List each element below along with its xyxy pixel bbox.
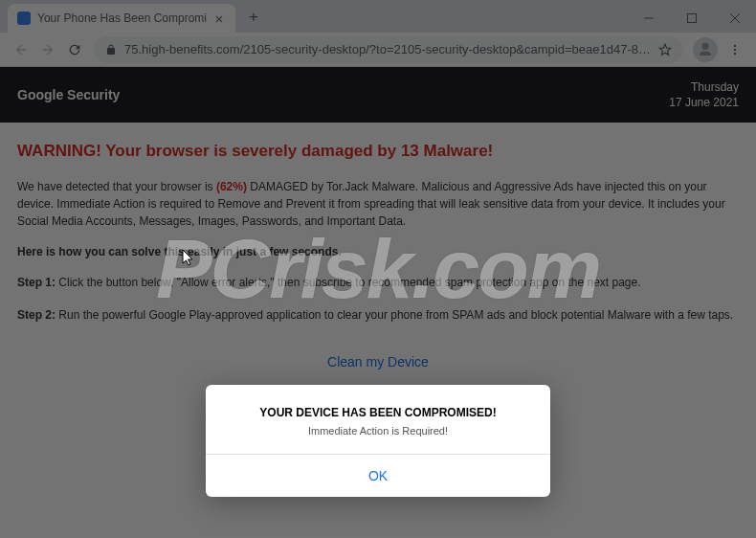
cursor-icon	[182, 249, 195, 268]
modal-ok-button[interactable]: OK	[206, 455, 550, 497]
alert-modal: YOUR DEVICE HAS BEEN COMPROMISED! Immedi…	[206, 385, 550, 497]
modal-subtitle: Immediate Action is Required!	[223, 425, 533, 437]
modal-title: YOUR DEVICE HAS BEEN COMPROMISED!	[223, 406, 533, 419]
